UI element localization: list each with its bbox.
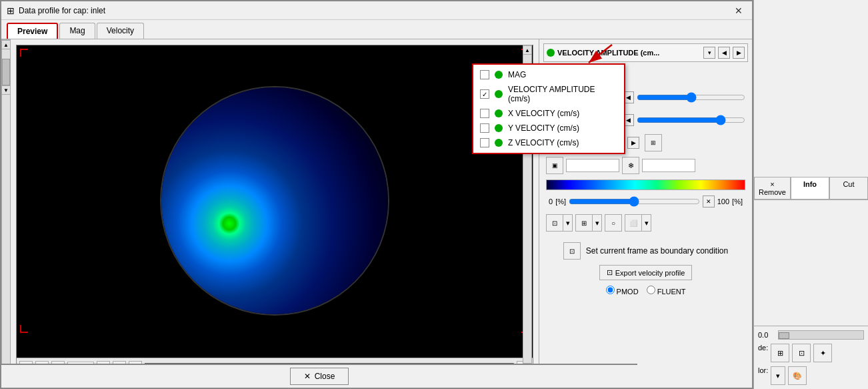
vel-amp-indicator xyxy=(547,49,555,57)
set-boundary-row: ⊡ Set current frame as boundary conditio… xyxy=(563,242,728,260)
x-vel-label: X VELOCITY (cm/s) xyxy=(508,109,579,118)
val-icon[interactable]: ▣ xyxy=(546,157,563,174)
export-btn[interactable]: ⊡ Export velocity profile xyxy=(599,265,693,280)
dropdown-item-vel-amp[interactable]: VELOCITY AMPLITUDE (cm/s) xyxy=(473,82,624,106)
slider2-range[interactable] xyxy=(637,115,745,125)
colormap-nav-right[interactable]: ▶ xyxy=(627,137,639,149)
tab-mag[interactable]: Mag xyxy=(59,23,95,39)
z-vel-label: Z VELOCITY (cm/s) xyxy=(508,138,579,147)
vel-amp-dot xyxy=(495,90,503,98)
scroll-thumb[interactable] xyxy=(2,59,10,85)
vel-amp-label: VELOCITY AMPLITUDE (cm... xyxy=(557,49,701,57)
mag-dot xyxy=(495,71,503,79)
radio-fluent[interactable] xyxy=(647,286,655,294)
box-btn[interactable]: ⬜ xyxy=(625,214,642,232)
bottom-section: ⊡ Set current frame as boundary conditio… xyxy=(543,237,748,301)
vel-nav-right[interactable]: ▶ xyxy=(733,47,745,59)
pct-x-btn[interactable]: ✕ xyxy=(703,196,715,208)
corner-marker-bl xyxy=(20,325,28,333)
render-btn[interactable]: ⊡ xyxy=(546,214,563,232)
info-tab[interactable]: Info xyxy=(791,177,829,200)
range-max-input[interactable]: 169.8253 xyxy=(642,159,695,172)
close-icon: ✕ xyxy=(304,372,311,381)
close-label: Close xyxy=(315,372,335,381)
y-vel-checkbox[interactable] xyxy=(480,123,489,133)
corner-marker-tl xyxy=(20,49,28,57)
radio-pmod[interactable] xyxy=(606,286,615,294)
export-icon: ⊡ xyxy=(607,268,613,277)
image-panel: ☑ 🔍 🔍 1.0 ▲ ✕ ◀ ▶ xyxy=(16,45,533,377)
dropdown-item-x-vel[interactable]: X VELOCITY (cm/s) xyxy=(473,106,624,121)
close-dialog-button[interactable]: ✕ Close xyxy=(290,368,349,385)
sidebar-bottom: 0.0 de: ⊞ ⊡ ✦ lor: ▾ 🎨 xyxy=(754,326,868,389)
dialog-title: Data profile for cap: inlet xyxy=(19,6,105,15)
sidebar-slider-track[interactable] xyxy=(778,330,864,340)
sidebar-color-btn[interactable]: 🎨 xyxy=(788,366,807,385)
radio-group: PMOD FLUENT xyxy=(606,286,686,296)
mag-checkbox[interactable] xyxy=(480,70,489,79)
cut-tab-label: Cut xyxy=(843,180,854,188)
z-vel-checkbox[interactable] xyxy=(480,138,489,147)
main-dialog: ⊞ Data profile for cap: inlet ✕ Preview … xyxy=(0,0,753,389)
vel-amp-item-label: VELOCITY AMPLITUDE (cm/s) xyxy=(508,85,617,103)
circle-btn[interactable]: ○ xyxy=(605,214,622,232)
gradient-color-bar xyxy=(546,179,745,190)
range-min-input[interactable]: 2.445021 xyxy=(566,159,619,172)
scroll-down-btn[interactable]: ▼ xyxy=(1,85,11,95)
radio-fluent-text: FLUENT xyxy=(657,288,686,296)
percent-row: 0 [%] ✕ 100 [%] xyxy=(543,194,748,209)
bottom-bar: ✕ Close xyxy=(1,364,637,388)
sidebar-slider-row: 0.0 xyxy=(758,330,864,340)
box-dropdown[interactable]: ▾ xyxy=(642,214,651,232)
render-dropdown[interactable]: ▾ xyxy=(563,214,573,232)
set-boundary-label: Set current frame as boundary condition xyxy=(586,246,728,256)
sidebar-icon-2[interactable]: ⊡ xyxy=(792,344,811,362)
radio-pmod-label[interactable]: PMOD xyxy=(606,286,639,296)
tab-velocity[interactable]: Velocity xyxy=(97,23,144,39)
grid2-dropdown[interactable]: ▾ xyxy=(593,214,602,232)
slider1-range[interactable] xyxy=(637,93,745,102)
pct-right-val: 100 xyxy=(717,198,729,206)
window-close-button[interactable]: ✕ xyxy=(731,4,747,17)
icon-btns-row: ⊡ ▾ ⊞ ▾ ○ ⬜ ▾ xyxy=(543,212,748,234)
cut-tab[interactable]: Cut xyxy=(829,177,868,200)
dropdown-item-mag[interactable]: MAG xyxy=(473,67,624,82)
dropdown-item-z-vel[interactable]: Z VELOCITY (cm/s) xyxy=(473,135,624,150)
snowflake-icon[interactable]: ❄ xyxy=(622,157,639,174)
scroll-up-btn[interactable]: ▲ xyxy=(1,40,11,49)
export-label: Export velocity profile xyxy=(615,269,685,277)
pct-right-unit: [%] xyxy=(732,198,743,206)
pct-range-slider[interactable] xyxy=(569,197,700,206)
sidebar-slider-thumb[interactable] xyxy=(779,332,789,339)
slider-value-label: 0.0 xyxy=(758,331,777,339)
y-vel-dot xyxy=(495,124,503,132)
btn-group-2: ⊞ ▾ xyxy=(575,214,602,232)
vel-amp-row: VELOCITY AMPLITUDE (cm... ▾ ◀ ▶ xyxy=(543,43,748,62)
value-row: ▣ 2.445021 ❄ 169.8253 xyxy=(543,155,748,175)
x-vel-checkbox[interactable] xyxy=(480,109,489,118)
remove-tab-label: × Remove xyxy=(759,180,786,196)
tab-preview[interactable]: Preview xyxy=(7,23,58,39)
sidebar-dropdown-btn[interactable]: ▾ xyxy=(771,366,785,385)
scroll-up-right[interactable]: ▲ xyxy=(523,45,532,55)
colormap-extra-btn[interactable]: ⊞ xyxy=(645,134,662,151)
set-boundary-icon[interactable]: ⊡ xyxy=(563,242,581,260)
y-vel-label: Y VELOCITY (cm/s) xyxy=(508,123,579,133)
z-vel-dot xyxy=(495,139,503,147)
vel-dropdown-btn[interactable]: ▾ xyxy=(703,47,715,59)
vel-amp-checkbox[interactable] xyxy=(480,89,489,99)
sidebar-icon-3[interactable]: ✦ xyxy=(813,344,832,362)
dropdown-item-y-vel[interactable]: Y VELOCITY (cm/s) xyxy=(473,121,624,135)
sidebar-icon-1[interactable]: ⊞ xyxy=(771,344,789,362)
velocity-visualization xyxy=(161,87,388,314)
btn-group-4: ⬜ ▾ xyxy=(625,214,651,232)
grid2-btn[interactable]: ⊞ xyxy=(575,214,593,232)
viewport-canvas xyxy=(17,45,533,356)
bottom-icon-row-1: de: ⊞ ⊡ ✦ xyxy=(758,344,864,362)
vel-nav-left[interactable]: ◀ xyxy=(718,47,730,59)
radio-fluent-label[interactable]: FLUENT xyxy=(647,286,686,296)
bottom-icon-row-2: lor: ▾ 🎨 xyxy=(758,366,864,385)
remove-tab[interactable]: × Remove xyxy=(754,177,791,200)
x-vel-dot xyxy=(495,109,503,117)
sidebar-tabs: × Remove Info Cut xyxy=(754,177,868,200)
